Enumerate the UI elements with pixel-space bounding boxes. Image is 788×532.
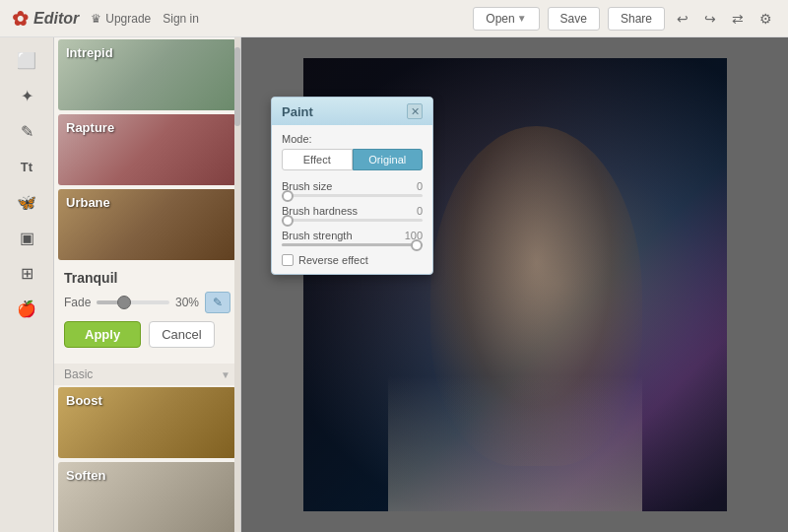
dialog-body: Mode: Effect Original Brush size 0 xyxy=(272,125,432,274)
sidebar-tool-text[interactable]: Tt xyxy=(9,152,44,181)
sidebar-tool-brush[interactable]: ✎ xyxy=(9,116,44,146)
brush-hardness-slider[interactable] xyxy=(282,219,423,222)
brush-strength-param: Brush strength 100 xyxy=(282,230,423,246)
logo: ✿ Editor xyxy=(12,7,79,31)
dialog-header: Paint ✕ xyxy=(272,98,432,125)
save-button[interactable]: Save xyxy=(548,7,600,31)
history-button[interactable]: ⇄ xyxy=(728,7,748,31)
reverse-row: Reverse effect xyxy=(282,254,423,266)
redo-button[interactable]: ↪ xyxy=(700,7,720,31)
topbar: ✿ Editor ♛ Upgrade Sign in Open ▼ Save S… xyxy=(0,0,788,37)
brush-hardness-value: 0 xyxy=(417,205,423,217)
mode-buttons: Effect Original xyxy=(282,149,423,170)
dialog-close-button[interactable]: ✕ xyxy=(407,103,423,119)
brush-strength-slider[interactable] xyxy=(282,243,423,246)
settings-button[interactable]: ⚙ xyxy=(755,7,776,31)
frame-icon: ▣ xyxy=(20,229,34,247)
brush-strength-thumb xyxy=(411,239,423,251)
fade-value: 30% xyxy=(175,296,199,309)
sidebar-tool-magic[interactable]: ✦ xyxy=(9,81,44,110)
logo-text: Editor xyxy=(33,10,79,28)
open-arrow-icon: ▼ xyxy=(517,13,527,24)
sidebar-tool-crop[interactable]: ⬜ xyxy=(9,45,44,75)
mode-label: Mode: xyxy=(282,133,423,145)
category-arrow-icon: ▼ xyxy=(221,369,230,380)
mode-original-button[interactable]: Original xyxy=(353,149,424,170)
filter-label-soften: Soften xyxy=(66,468,105,483)
sidebar-tool-frame[interactable]: ▣ xyxy=(9,223,44,252)
brush-strength-label: Brush strength xyxy=(282,230,353,241)
signin-link[interactable]: Sign in xyxy=(163,12,199,26)
fade-row: Fade 30% ✎ xyxy=(64,292,230,313)
crown-icon: ♛ xyxy=(91,12,101,26)
brush-size-slider[interactable] xyxy=(282,194,423,197)
reverse-checkbox[interactable] xyxy=(282,254,294,266)
category-label: Basic xyxy=(64,367,93,381)
reverse-label: Reverse effect xyxy=(298,254,368,266)
overlay-icon: 🍎 xyxy=(17,299,36,318)
main-area: ⬜ ✦ ✎ Tt 🦋 ▣ ⊞ 🍎 Intrepid xyxy=(0,37,788,532)
text-icon: Tt xyxy=(21,160,33,174)
brush-size-param: Brush size 0 xyxy=(282,180,423,197)
filter-label-intrepid: Intrepid xyxy=(66,45,113,60)
filter-panel: Intrepid Rapture Urbane Tranquil Fade xyxy=(54,37,241,532)
sidebar-tool-overlay[interactable]: 🍎 xyxy=(9,294,44,323)
open-button[interactable]: Open ▼ xyxy=(473,7,539,31)
topbar-right: Open ▼ Save Share ↩ ↪ ⇄ ⚙ xyxy=(473,7,776,31)
upgrade-link[interactable]: ♛ Upgrade xyxy=(91,12,151,26)
butterfly-icon: 🦋 xyxy=(17,193,36,212)
texture-icon: ⊞ xyxy=(21,264,33,283)
magic-icon: ✦ xyxy=(21,87,33,105)
filter-item-urbane[interactable]: Urbane xyxy=(58,189,236,260)
apply-button[interactable]: Apply xyxy=(64,321,141,348)
fade-slider-fill xyxy=(97,300,118,304)
filter-item-rapture[interactable]: Rapture xyxy=(58,114,236,185)
action-buttons: Apply Cancel xyxy=(64,321,230,348)
brush-hardness-thumb xyxy=(282,215,294,227)
brush-hardness-label: Brush hardness xyxy=(282,205,358,217)
share-button[interactable]: Share xyxy=(608,7,665,31)
crop-icon: ⬜ xyxy=(17,51,36,70)
undo-button[interactable]: ↩ xyxy=(673,7,692,31)
brush-size-value: 0 xyxy=(417,180,423,192)
brush-hardness-param: Brush hardness 0 xyxy=(282,205,423,222)
brush-size-thumb xyxy=(282,190,294,202)
selected-filter-section: Tranquil Fade 30% ✎ Apply Cancel xyxy=(54,262,240,364)
topbar-left: ✿ Editor ♛ Upgrade Sign in xyxy=(12,7,199,31)
sidebar: ⬜ ✦ ✎ Tt 🦋 ▣ ⊞ 🍎 xyxy=(0,37,54,532)
brush-icon: ✎ xyxy=(21,122,33,141)
filter-item-boost[interactable]: Boost xyxy=(58,387,236,458)
edit-fade-button[interactable]: ✎ xyxy=(205,292,230,313)
canvas-area[interactable]: Paint ✕ Mode: Effect Original Brush size… xyxy=(241,37,788,532)
mode-effect-button[interactable]: Effect xyxy=(282,149,353,170)
filter-label-boost: Boost xyxy=(66,393,102,408)
filter-label-rapture: Rapture xyxy=(66,120,114,135)
sidebar-tool-texture[interactable]: ⊞ xyxy=(9,258,44,288)
fade-slider-thumb xyxy=(117,296,131,309)
filter-label-urbane: Urbane xyxy=(66,195,110,210)
paint-dialog: Paint ✕ Mode: Effect Original Brush size… xyxy=(271,97,433,275)
logo-icon: ✿ xyxy=(12,7,29,31)
filter-item-intrepid[interactable]: Intrepid xyxy=(58,39,236,110)
close-icon: ✕ xyxy=(411,105,420,118)
cancel-button[interactable]: Cancel xyxy=(149,321,214,348)
category-row[interactable]: Basic ▼ xyxy=(54,364,240,385)
sidebar-tool-effect[interactable]: 🦋 xyxy=(9,187,44,217)
panel-scrollbar[interactable] xyxy=(234,37,240,532)
filter-item-soften[interactable]: Soften xyxy=(58,462,236,532)
fade-label: Fade xyxy=(64,296,91,309)
panel-scrollthumb xyxy=(234,47,240,126)
fade-slider[interactable] xyxy=(97,300,169,304)
dialog-title: Paint xyxy=(282,104,313,119)
edit-icon: ✎ xyxy=(213,296,223,309)
selected-filter-name: Tranquil xyxy=(64,270,230,286)
